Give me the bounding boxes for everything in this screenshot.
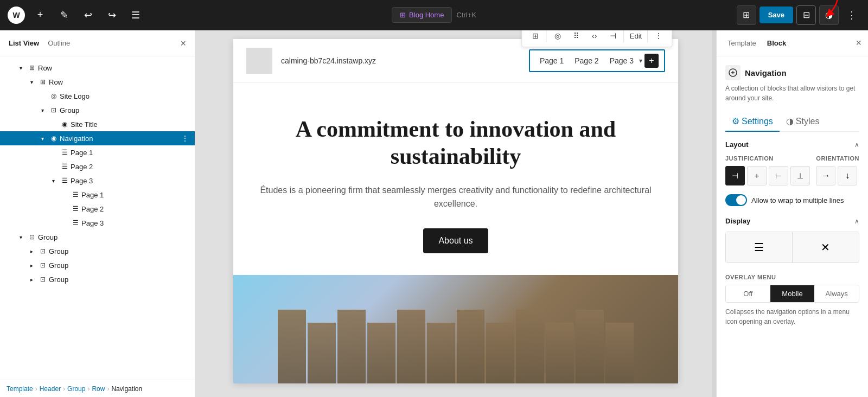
- overlay-mobile-button[interactable]: Mobile: [770, 285, 815, 302]
- tree-item-page3-page2[interactable]: ▾ ☰ Page 2: [0, 202, 195, 216]
- canvas-scroll[interactable]: calming-bb7c24.instawp.xyz ⊞ ◎ ⠿ ‹› ⊣: [195, 30, 716, 397]
- breadcrumb-sep4: ›: [107, 385, 109, 393]
- settings-icon: ⊟: [803, 10, 810, 20]
- breadcrumb-row[interactable]: Row: [92, 385, 105, 393]
- tree-item-group3[interactable]: ▸ ⊡ Group: [0, 244, 195, 258]
- redo-button[interactable]: ↪: [102, 5, 122, 25]
- tree-item-page2[interactable]: ▾ ☰ Page 2: [0, 159, 195, 174]
- toggle-group5[interactable]: ▸: [26, 274, 37, 285]
- bt-align-icon[interactable]: ⊣: [604, 30, 622, 44]
- toggle-row1[interactable]: ▾: [15, 62, 26, 73]
- toggle-page3[interactable]: ▾: [48, 175, 59, 186]
- tree-list: ▾ ⊞ Row ▾ ⊞ Row ▾ ◎ Site Logo ▾ ⊡ Group: [0, 56, 195, 380]
- toolbar-center: ⊞ Blog Home Ctrl+K: [392, 7, 476, 23]
- tab-outline[interactable]: Outline: [48, 37, 70, 49]
- site-domain: calming-bb7c24.instawp.xyz: [281, 56, 520, 65]
- just-right-button[interactable]: ⊢: [769, 166, 788, 185]
- main-layout: List View Outline × ▾ ⊞ Row ▾ ⊞ Row ▾ ◎: [0, 30, 868, 397]
- rp-tab-block[interactable]: Block: [763, 37, 790, 49]
- layout-section-header[interactable]: Layout ∧: [725, 140, 859, 149]
- nav-block-selected[interactable]: ⊞ ◎ ⠿ ‹› ⊣ Edit ⋮ Page 1 Page 2: [529, 49, 665, 72]
- rp-tab-template[interactable]: Template: [723, 37, 761, 49]
- display-close-option[interactable]: ✕: [793, 232, 859, 262]
- nav-page1[interactable]: Page 1: [535, 54, 568, 67]
- group1-label: Group: [60, 106, 190, 114]
- tree-item-page3-page3[interactable]: ▾ ☰ Page 3: [0, 216, 195, 230]
- tree-item-group2[interactable]: ▾ ⊡ Group: [0, 230, 195, 244]
- tools-button[interactable]: ✎: [54, 5, 74, 25]
- bt-drag-icon[interactable]: ⠿: [567, 30, 585, 44]
- orient-vertical-button[interactable]: ↓: [838, 166, 857, 185]
- breadcrumb-group[interactable]: Group: [67, 385, 85, 393]
- toggle-navigation[interactable]: ▾: [37, 133, 48, 144]
- toggle-knob: [736, 195, 746, 205]
- tree-item-site-title[interactable]: ▾ ◉ Site Title: [0, 117, 195, 131]
- settings-panel-button[interactable]: ⊟: [796, 5, 816, 25]
- site-title-label: Site Title: [71, 120, 190, 129]
- more-options-button[interactable]: ⋮: [842, 5, 861, 25]
- undo-button[interactable]: ↩: [78, 5, 98, 25]
- tree-item-page1[interactable]: ▾ ☰ Page 1: [0, 145, 195, 159]
- nav-add-item-button[interactable]: +: [644, 54, 659, 68]
- wp-logo-button[interactable]: W: [7, 5, 26, 25]
- save-button[interactable]: Save: [760, 7, 793, 23]
- overlay-always-button[interactable]: Always: [814, 285, 859, 302]
- just-space-button[interactable]: ⊥: [790, 166, 810, 185]
- tree-item-group1[interactable]: ▾ ⊡ Group: [0, 103, 195, 117]
- stripe-5: [397, 310, 425, 383]
- breadcrumb-bar: Template › Header › Group › Row › Naviga…: [0, 380, 195, 397]
- tree-item-page3[interactable]: ▾ ☰ Page 3: [0, 174, 195, 188]
- just-left-button[interactable]: ⊣: [725, 166, 745, 185]
- tree-item-page3-page1[interactable]: ▾ ☰ Page 1: [0, 188, 195, 202]
- bt-more-icon[interactable]: ⋮: [650, 30, 667, 44]
- styles-tab-label: Styles: [796, 117, 820, 126]
- view-options-button[interactable]: ⊞: [737, 5, 756, 25]
- document-overview-button[interactable]: ☰: [126, 5, 145, 25]
- nav-page3[interactable]: Page 3: [605, 54, 638, 67]
- canvas-scrollbar[interactable]: [712, 30, 716, 397]
- display-hamburger-option[interactable]: ☰: [726, 232, 793, 262]
- nav-page2[interactable]: Page 2: [570, 54, 603, 67]
- bt-block-type-icon[interactable]: ⊞: [527, 30, 544, 44]
- toggle-group2[interactable]: ▾: [15, 232, 26, 242]
- row1-icon: ⊞: [27, 63, 37, 73]
- top-toolbar: W + ✎ ↩ ↪ ☰ ⊞ Blog Home Ctrl+K ⊞ Save ⊟: [0, 0, 868, 30]
- orient-horizontal-button[interactable]: →: [816, 166, 835, 185]
- display-section: Display ∧ ☰ ✕: [725, 217, 859, 263]
- close-display-icon: ✕: [821, 241, 830, 254]
- add-block-button[interactable]: +: [30, 5, 50, 25]
- breadcrumb-header[interactable]: Header: [40, 385, 61, 393]
- tree-item-row2[interactable]: ▾ ⊞ Row: [0, 75, 195, 89]
- blog-home-button[interactable]: ⊞ Blog Home: [392, 7, 452, 23]
- display-section-header[interactable]: Display ∧: [725, 217, 859, 225]
- tree-item-row1[interactable]: ▾ ⊞ Row: [0, 61, 195, 75]
- just-center-button[interactable]: +: [747, 166, 767, 185]
- wrap-toggle[interactable]: [725, 194, 747, 206]
- tab-list-view[interactable]: List View: [9, 37, 39, 49]
- tree-item-group4[interactable]: ▸ ⊡ Group: [0, 258, 195, 272]
- stripe-9: [516, 310, 544, 383]
- bt-code-icon[interactable]: ‹›: [586, 30, 603, 44]
- toggle-group1[interactable]: ▾: [37, 105, 48, 116]
- group5-icon: ⊡: [38, 274, 48, 284]
- tree-item-site-logo[interactable]: ▾ ◎ Site Logo: [0, 89, 195, 103]
- rp-settings-tab[interactable]: ⚙ Settings: [725, 112, 780, 132]
- tree-item-group5[interactable]: ▸ ⊡ Group: [0, 272, 195, 286]
- hero-cta-button[interactable]: About us: [423, 228, 488, 253]
- tree-item-navigation[interactable]: ▾ ◉ Navigation ⋮: [0, 131, 195, 145]
- overlay-off-button[interactable]: Off: [726, 285, 770, 302]
- toggle-row2[interactable]: ▾: [26, 76, 37, 87]
- bt-circle-icon[interactable]: ◎: [549, 30, 566, 44]
- block-toolbar: ⊞ ◎ ⠿ ‹› ⊣ Edit ⋮: [522, 30, 672, 47]
- toggle-group4[interactable]: ▸: [26, 260, 37, 271]
- breadcrumb-template[interactable]: Template: [7, 385, 33, 393]
- navigation-more-icon[interactable]: ⋮: [180, 133, 190, 144]
- toggle-group3[interactable]: ▸: [26, 246, 37, 257]
- rp-styles-tab[interactable]: ◑ Styles: [780, 112, 826, 132]
- close-right-panel-button[interactable]: ×: [856, 37, 861, 49]
- styles-button[interactable]: ◑: [819, 5, 839, 25]
- bt-edit-label[interactable]: Edit: [627, 32, 645, 40]
- close-panel-button[interactable]: ×: [180, 39, 186, 48]
- stripe-3: [337, 310, 366, 383]
- page1-label: Page 1: [71, 149, 190, 157]
